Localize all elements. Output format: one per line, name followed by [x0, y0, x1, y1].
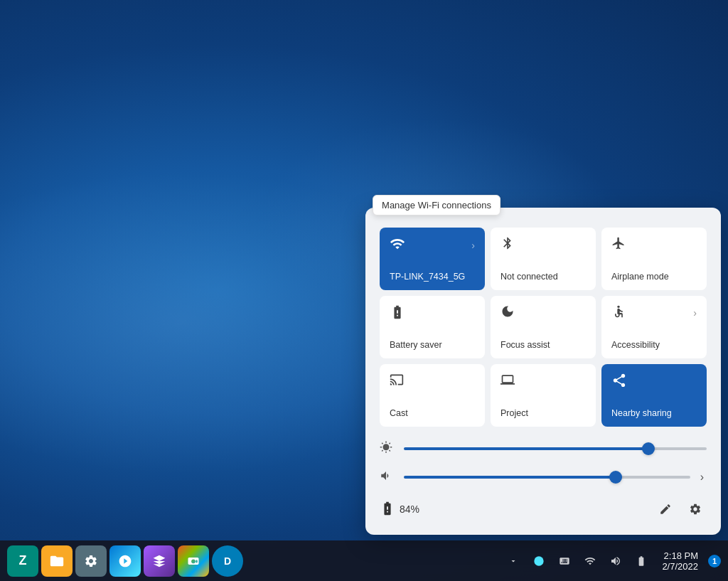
wifi-expand-icon[interactable]: › [471, 240, 475, 251]
taskbar-tray-volume[interactable] [605, 545, 626, 577]
taskbar-left: Z D [7, 545, 243, 577]
taskbar-app-3dviewer[interactable] [144, 545, 175, 577]
svg-point-1 [535, 556, 544, 565]
brightness-icon [380, 441, 397, 457]
tile-nearby-sharing[interactable]: Nearby sharing [601, 364, 707, 427]
taskbar-tray-bing[interactable] [528, 545, 550, 577]
notification-badge[interactable]: 1 [708, 555, 721, 567]
volume-slider[interactable] [404, 476, 690, 479]
svg-point-0 [617, 306, 619, 308]
battery-saver-label: Battery saver [390, 340, 442, 350]
tile-wifi[interactable]: › TP-LINK_7434_5G [380, 228, 485, 290]
taskbar-clock[interactable]: 2:18 PM 2/7/2022 [656, 548, 704, 575]
taskbar-tray-keyboard[interactable] [554, 545, 575, 577]
battery-info: 84% [380, 501, 419, 518]
taskbar-tray-battery[interactable] [631, 545, 652, 577]
quick-settings-panel: Manage Wi-Fi connections › TP-LINK_7434_… [365, 208, 721, 535]
nearby-sharing-label: Nearby sharing [611, 408, 672, 418]
tile-cast[interactable]: Cast [380, 364, 485, 427]
clock-date: 2/7/2022 [662, 561, 698, 572]
taskbar-app-files[interactable] [41, 545, 73, 577]
battery-percent: 84% [400, 503, 419, 515]
accessibility-label: Accessibility [611, 340, 660, 350]
desktop: Manage Wi-Fi connections › TP-LINK_7434_… [0, 0, 728, 581]
wifi-tooltip: Manage Wi-Fi connections [373, 195, 500, 215]
cast-icon [390, 373, 404, 389]
edit-button[interactable] [654, 498, 677, 521]
tile-bluetooth[interactable]: Not connected [491, 228, 596, 290]
cast-label: Cast [390, 408, 408, 418]
nearby-sharing-icon [611, 373, 627, 390]
tiles-grid: › TP-LINK_7434_5G Not connected [380, 228, 707, 427]
battery-saver-icon [390, 304, 405, 322]
accessibility-expand-icon[interactable]: › [693, 307, 697, 319]
settings-button[interactable] [684, 498, 707, 521]
clock-time: 2:18 PM [662, 550, 698, 561]
wifi-label: TP-LINK_7434_5G [390, 272, 465, 282]
volume-row: › [380, 468, 707, 486]
accessibility-icon [611, 304, 626, 321]
tile-battery-saver[interactable]: Battery saver [380, 296, 485, 358]
volume-icon [380, 469, 397, 485]
tile-accessibility[interactable]: › Accessibility [601, 296, 707, 358]
bluetooth-label: Not connected [500, 272, 558, 282]
taskbar-app-edge[interactable] [109, 545, 141, 577]
tile-airplane[interactable]: Airplane mode [601, 228, 707, 290]
taskbar-app-msstore[interactable] [178, 545, 209, 577]
battery-icon [380, 501, 395, 518]
taskbar: Z D [0, 540, 728, 581]
taskbar-app-zoom[interactable]: Z [7, 545, 38, 577]
wifi-icon [390, 236, 405, 254]
focus-assist-label: Focus assist [500, 340, 550, 350]
taskbar-tray-network[interactable] [579, 545, 601, 577]
taskbar-app-dell[interactable]: D [212, 545, 243, 577]
airplane-icon [611, 236, 626, 252]
focus-assist-icon [500, 304, 515, 321]
brightness-row [380, 441, 707, 457]
panel-actions [654, 498, 707, 521]
volume-expand-icon[interactable]: › [697, 468, 707, 486]
panel-bottom: 84% [380, 498, 707, 521]
project-label: Project [500, 408, 528, 418]
tile-project[interactable]: Project [491, 364, 596, 427]
tile-focus-assist[interactable]: Focus assist [491, 296, 596, 358]
airplane-label: Airplane mode [611, 272, 669, 282]
bluetooth-icon [500, 236, 515, 252]
taskbar-app-settings[interactable] [75, 545, 107, 577]
brightness-slider[interactable] [404, 447, 707, 450]
taskbar-chevron[interactable] [503, 545, 524, 577]
project-icon [500, 373, 515, 389]
taskbar-right: 2:18 PM 2/7/2022 1 [503, 545, 721, 577]
